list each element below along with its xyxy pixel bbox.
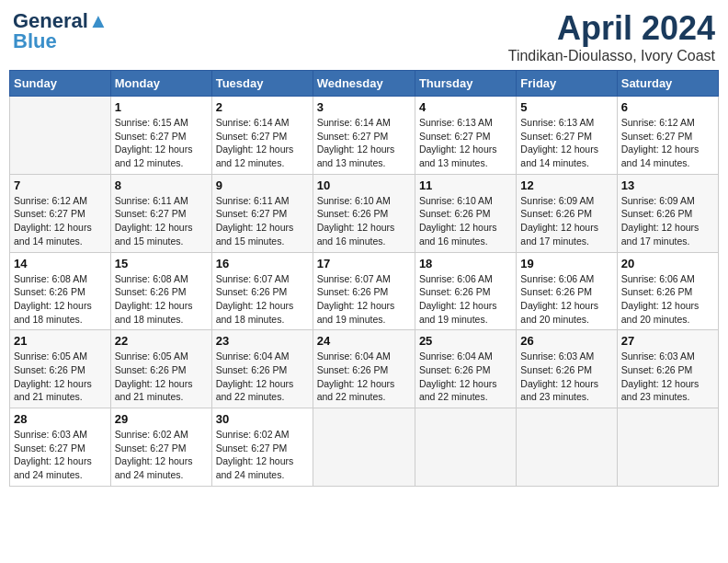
day-number: 26 xyxy=(520,334,612,348)
day-info: Sunrise: 6:04 AM Sunset: 6:26 PM Dayligh… xyxy=(419,350,512,404)
day-info: Sunrise: 6:05 AM Sunset: 6:26 PM Dayligh… xyxy=(14,350,107,404)
day-info: Sunrise: 6:08 AM Sunset: 6:26 PM Dayligh… xyxy=(115,272,208,327)
day-info: Sunrise: 6:12 AM Sunset: 6:27 PM Dayligh… xyxy=(14,194,107,248)
day-number: 14 xyxy=(14,257,107,270)
calendar-cell: 10Sunrise: 6:10 AM Sunset: 6:26 PM Dayli… xyxy=(313,174,415,252)
day-info: Sunrise: 6:06 AM Sunset: 6:26 PM Dayligh… xyxy=(621,272,714,327)
calendar-week-row: 7Sunrise: 6:12 AM Sunset: 6:27 PM Daylig… xyxy=(10,174,719,252)
calendar-cell: 28Sunrise: 6:03 AM Sunset: 6:27 PM Dayli… xyxy=(10,408,111,487)
day-number: 13 xyxy=(621,178,714,192)
calendar-cell: 4Sunrise: 6:13 AM Sunset: 6:27 PM Daylig… xyxy=(415,97,516,175)
calendar-cell: 26Sunrise: 6:03 AM Sunset: 6:26 PM Dayli… xyxy=(517,330,617,408)
day-number: 16 xyxy=(216,257,309,270)
calendar-cell: 16Sunrise: 6:07 AM Sunset: 6:26 PM Dayli… xyxy=(211,252,313,330)
calendar-cell: 2Sunrise: 6:14 AM Sunset: 6:27 PM Daylig… xyxy=(211,97,313,175)
day-info: Sunrise: 6:07 AM Sunset: 6:26 PM Dayligh… xyxy=(216,272,309,327)
day-number: 30 xyxy=(216,412,309,426)
calendar-cell: 8Sunrise: 6:11 AM Sunset: 6:27 PM Daylig… xyxy=(110,174,211,252)
logo: General▲ Blue xyxy=(13,9,108,53)
day-number: 7 xyxy=(14,178,107,192)
calendar-cell: 13Sunrise: 6:09 AM Sunset: 6:26 PM Dayli… xyxy=(617,174,718,252)
calendar-header-row: SundayMondayTuesdayWednesdayThursdayFrid… xyxy=(10,71,719,97)
weekday-header: Friday xyxy=(517,71,617,97)
day-info: Sunrise: 6:08 AM Sunset: 6:26 PM Dayligh… xyxy=(14,272,107,327)
day-number: 28 xyxy=(14,412,107,426)
page-header: General▲ Blue April 2024 Tindikan-Dioula… xyxy=(9,9,719,64)
calendar-cell: 25Sunrise: 6:04 AM Sunset: 6:26 PM Dayli… xyxy=(415,330,516,408)
day-info: Sunrise: 6:15 AM Sunset: 6:27 PM Dayligh… xyxy=(115,116,208,170)
day-info: Sunrise: 6:07 AM Sunset: 6:26 PM Dayligh… xyxy=(317,272,411,327)
day-number: 29 xyxy=(115,412,208,426)
calendar-cell: 21Sunrise: 6:05 AM Sunset: 6:26 PM Dayli… xyxy=(10,330,111,408)
calendar-cell: 22Sunrise: 6:05 AM Sunset: 6:26 PM Dayli… xyxy=(110,330,211,408)
calendar-cell: 7Sunrise: 6:12 AM Sunset: 6:27 PM Daylig… xyxy=(10,174,111,252)
day-info: Sunrise: 6:10 AM Sunset: 6:26 PM Dayligh… xyxy=(419,194,512,248)
day-number: 2 xyxy=(216,100,309,114)
calendar-week-row: 21Sunrise: 6:05 AM Sunset: 6:26 PM Dayli… xyxy=(10,330,719,408)
title-block: April 2024 Tindikan-Dioulasso, Ivory Coa… xyxy=(508,9,715,64)
day-number: 9 xyxy=(216,178,309,192)
calendar-cell: 14Sunrise: 6:08 AM Sunset: 6:26 PM Dayli… xyxy=(10,252,111,330)
day-number: 17 xyxy=(317,257,411,270)
calendar-cell xyxy=(10,97,111,175)
day-info: Sunrise: 6:03 AM Sunset: 6:26 PM Dayligh… xyxy=(621,350,714,404)
day-number: 20 xyxy=(621,257,714,270)
day-info: Sunrise: 6:11 AM Sunset: 6:27 PM Dayligh… xyxy=(115,194,208,248)
day-info: Sunrise: 6:06 AM Sunset: 6:26 PM Dayligh… xyxy=(520,272,612,327)
day-number: 6 xyxy=(621,100,714,114)
calendar-cell: 15Sunrise: 6:08 AM Sunset: 6:26 PM Dayli… xyxy=(110,252,211,330)
day-info: Sunrise: 6:05 AM Sunset: 6:26 PM Dayligh… xyxy=(115,350,208,404)
day-number: 4 xyxy=(419,100,512,114)
calendar-cell: 18Sunrise: 6:06 AM Sunset: 6:26 PM Dayli… xyxy=(415,252,516,330)
day-number: 10 xyxy=(317,178,411,192)
day-info: Sunrise: 6:06 AM Sunset: 6:26 PM Dayligh… xyxy=(419,272,512,327)
day-info: Sunrise: 6:10 AM Sunset: 6:26 PM Dayligh… xyxy=(317,194,411,248)
weekday-header: Monday xyxy=(110,71,211,97)
weekday-header: Sunday xyxy=(10,71,111,97)
calendar-cell xyxy=(617,408,718,487)
calendar-title: April 2024 xyxy=(508,9,715,48)
day-number: 21 xyxy=(14,334,107,348)
day-info: Sunrise: 6:04 AM Sunset: 6:26 PM Dayligh… xyxy=(317,350,411,404)
weekday-header: Tuesday xyxy=(211,71,313,97)
calendar-cell: 5Sunrise: 6:13 AM Sunset: 6:27 PM Daylig… xyxy=(517,97,617,175)
calendar-week-row: 28Sunrise: 6:03 AM Sunset: 6:27 PM Dayli… xyxy=(10,408,719,487)
day-number: 1 xyxy=(115,100,208,114)
calendar-cell: 11Sunrise: 6:10 AM Sunset: 6:26 PM Dayli… xyxy=(415,174,516,252)
day-number: 25 xyxy=(419,334,512,348)
day-number: 22 xyxy=(115,334,208,348)
day-info: Sunrise: 6:12 AM Sunset: 6:27 PM Dayligh… xyxy=(621,116,714,170)
calendar-cell: 17Sunrise: 6:07 AM Sunset: 6:26 PM Dayli… xyxy=(313,252,415,330)
calendar-cell: 20Sunrise: 6:06 AM Sunset: 6:26 PM Dayli… xyxy=(617,252,718,330)
weekday-header: Saturday xyxy=(617,71,718,97)
calendar-cell: 19Sunrise: 6:06 AM Sunset: 6:26 PM Dayli… xyxy=(517,252,617,330)
logo-blue: Blue xyxy=(13,29,57,53)
calendar-cell: 12Sunrise: 6:09 AM Sunset: 6:26 PM Dayli… xyxy=(517,174,617,252)
day-info: Sunrise: 6:09 AM Sunset: 6:26 PM Dayligh… xyxy=(621,194,714,248)
calendar-cell xyxy=(415,408,516,487)
calendar-cell xyxy=(517,408,617,487)
calendar-cell: 9Sunrise: 6:11 AM Sunset: 6:27 PM Daylig… xyxy=(211,174,313,252)
day-info: Sunrise: 6:09 AM Sunset: 6:26 PM Dayligh… xyxy=(520,194,612,248)
calendar-cell: 3Sunrise: 6:14 AM Sunset: 6:27 PM Daylig… xyxy=(313,97,415,175)
day-info: Sunrise: 6:13 AM Sunset: 6:27 PM Dayligh… xyxy=(419,116,512,170)
calendar-table: SundayMondayTuesdayWednesdayThursdayFrid… xyxy=(9,70,719,487)
day-number: 8 xyxy=(115,178,208,192)
calendar-subtitle: Tindikan-Dioulasso, Ivory Coast xyxy=(508,48,715,64)
weekday-header: Wednesday xyxy=(313,71,415,97)
day-info: Sunrise: 6:14 AM Sunset: 6:27 PM Dayligh… xyxy=(216,116,309,170)
day-info: Sunrise: 6:13 AM Sunset: 6:27 PM Dayligh… xyxy=(520,116,612,170)
day-info: Sunrise: 6:04 AM Sunset: 6:26 PM Dayligh… xyxy=(216,350,309,404)
day-info: Sunrise: 6:03 AM Sunset: 6:27 PM Dayligh… xyxy=(14,428,107,482)
calendar-cell: 29Sunrise: 6:02 AM Sunset: 6:27 PM Dayli… xyxy=(110,408,211,487)
day-number: 11 xyxy=(419,178,512,192)
day-number: 19 xyxy=(520,257,612,270)
calendar-week-row: 1Sunrise: 6:15 AM Sunset: 6:27 PM Daylig… xyxy=(10,97,719,175)
day-number: 27 xyxy=(621,334,714,348)
day-number: 18 xyxy=(419,257,512,270)
calendar-cell: 1Sunrise: 6:15 AM Sunset: 6:27 PM Daylig… xyxy=(110,97,211,175)
day-info: Sunrise: 6:14 AM Sunset: 6:27 PM Dayligh… xyxy=(317,116,411,170)
calendar-cell xyxy=(313,408,415,487)
calendar-cell: 24Sunrise: 6:04 AM Sunset: 6:26 PM Dayli… xyxy=(313,330,415,408)
day-info: Sunrise: 6:03 AM Sunset: 6:26 PM Dayligh… xyxy=(520,350,612,404)
